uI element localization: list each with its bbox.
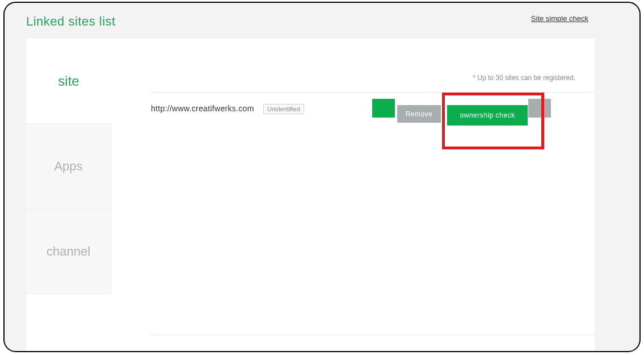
- sidebar-item-label: site: [58, 73, 79, 89]
- grey-block-icon: [528, 99, 551, 118]
- content-panel: site Apps channel * Up to 30 sites can b…: [26, 39, 595, 352]
- sidebar-item-label: channel: [47, 244, 90, 259]
- ownership-button-label: ownership check: [460, 111, 515, 119]
- site-row: http://www.creatifwerks.com Unidentified…: [151, 92, 594, 126]
- site-url: http://www.creatifwerks.com: [151, 104, 254, 113]
- ownership-check-button[interactable]: ownership check: [447, 105, 528, 126]
- page-title: Linked sites list: [26, 14, 116, 29]
- registration-note: * Up to 30 sites can be registered.: [473, 74, 575, 82]
- status-badge: Unidentified: [263, 104, 304, 114]
- sidebar-item-label: Apps: [54, 159, 82, 174]
- sidebar: site Apps channel: [26, 39, 111, 294]
- remove-button-label: Remove: [406, 110, 433, 118]
- sidebar-item-site[interactable]: site: [26, 39, 111, 124]
- green-status-icon: [372, 99, 395, 118]
- app-frame: Linked sites list Site simple check site…: [3, 2, 641, 352]
- sidebar-item-apps[interactable]: Apps: [26, 124, 111, 209]
- bottom-divider: [151, 335, 594, 335]
- remove-button[interactable]: Remove: [397, 105, 441, 123]
- site-simple-check-link[interactable]: Site simple check: [531, 14, 588, 23]
- sidebar-item-channel[interactable]: channel: [26, 209, 111, 294]
